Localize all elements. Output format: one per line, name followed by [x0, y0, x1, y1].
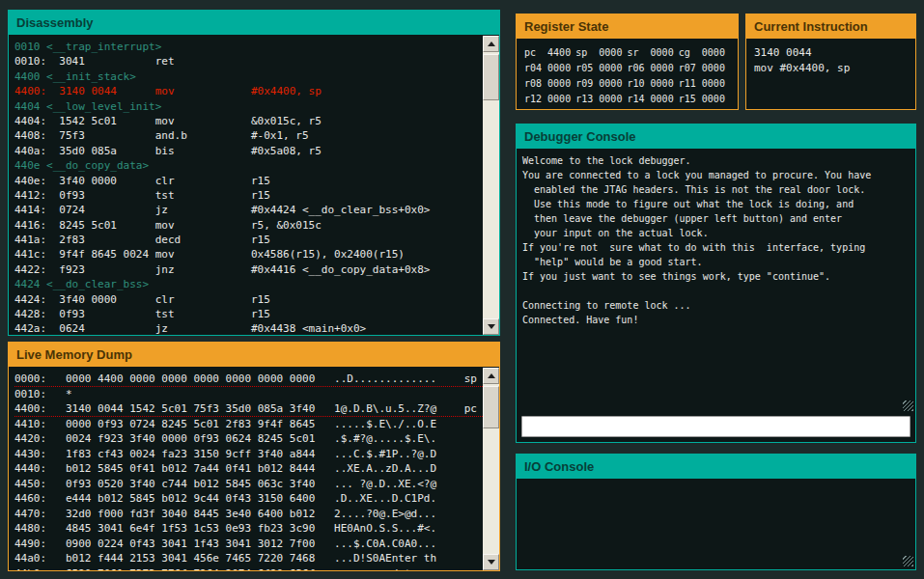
register-r15: r15 0000 [679, 92, 730, 107]
disasm-instruction-line[interactable]: 4408:75f3and.b#-0x1, r5 [14, 128, 483, 143]
disasm-mnemonic: mov [155, 218, 251, 233]
disasm-symbol-line: 4404 <__low_level_init> [14, 99, 483, 114]
disasm-mnemonic: tst [155, 188, 251, 203]
disasm-instruction-line[interactable]: 4422:f923jnz#0x4416 <__do_copy_data+0x8> [14, 262, 483, 277]
current-instruction-panel: Current Instruction 3140 0044 mov #0x440… [745, 14, 916, 110]
register-r05: r05 0000 [575, 61, 627, 76]
disasm-symbol-line: 4424 <__do_clear_bss> [14, 277, 483, 291]
memory-ascii: .D..XE...D.C1Pd. [334, 491, 443, 507]
disasm-instruction-line[interactable]: 4424:3f40 0000clrr15 [14, 292, 483, 307]
memory-hex: 0900 0224 0f43 3041 1f43 3041 3012 7f00 [66, 537, 334, 552]
memory-ascii: ..XE.A..zD.A...D [334, 461, 443, 477]
scroll-down-button[interactable] [483, 554, 499, 570]
disasm-instruction-line[interactable]: 440e:3f40 0000clrr15 [14, 174, 483, 188]
memory-row: 4410:0000 0f93 0724 8245 5c01 2f83 9f4f … [14, 417, 483, 432]
register-r10: r10 0000 [628, 76, 679, 92]
memory-address: 4460: [14, 491, 66, 507]
disasm-address: 442a: [14, 321, 59, 335]
memory-scrollbar[interactable] [483, 368, 499, 570]
memory-ascii: HE0AnO.S.S...#<. [334, 521, 443, 537]
disasm-address: 440e: [14, 174, 59, 188]
disassembly-title: Disassembly [9, 11, 499, 35]
memory-row: 0000:0000 4400 0000 0000 0000 0000 0000 … [14, 372, 483, 387]
memory-row: 4420:0024 f923 3f40 0000 0f93 0624 8245 … [14, 431, 483, 447]
io-console-panel: I/O Console [516, 454, 916, 570]
memory-hex: e444 b012 5845 b012 9c44 0f43 3150 6400 [66, 491, 334, 507]
memory-row: 4450:0f93 0520 3f40 c744 b012 5845 063c … [14, 477, 483, 492]
scrollbar-thumb[interactable] [483, 386, 499, 428]
disasm-operands: r15 [251, 308, 270, 320]
disasm-operands: 0x4586(r15), 0x2400(r15) [251, 248, 405, 261]
memory-address: 44a0: [14, 551, 66, 566]
disasm-mnemonic: clr [155, 292, 251, 307]
memory-address: 4410: [14, 417, 66, 432]
memory-address: 4450: [14, 477, 66, 492]
memory-ascii: ...D!S0AEnter th [334, 551, 443, 566]
disasm-operands: r15 [251, 175, 270, 187]
disassembly-scrollbar[interactable] [483, 36, 499, 335]
scroll-up-button[interactable] [483, 368, 499, 384]
resize-grip[interactable] [903, 556, 913, 566]
disasm-instruction-line[interactable]: 4400:3140 0044mov#0x4400, sp [14, 84, 483, 98]
disasm-operands: #0x5a08, r5 [251, 145, 322, 157]
disasm-instruction-line[interactable]: 440a:35d0 085abis#0x5a08, r5 [14, 144, 483, 158]
memory-pointer-label: sp [464, 372, 483, 386]
memory-ascii: .$.#?@.....$.E\. [334, 431, 443, 447]
memory-ascii: e password to co [334, 566, 443, 571]
register-r12: r12 0000 [524, 92, 575, 107]
disasm-instruction-line[interactable]: 441a:2f83decdr15 [14, 233, 483, 247]
disasm-instruction-line[interactable]: 4428:0f93tstr15 [14, 307, 483, 321]
disasm-bytes: 0f93 [59, 307, 154, 321]
disasm-address: 4424: [14, 292, 59, 307]
disasm-operands: r15 [251, 189, 270, 202]
disasm-address: 441a: [14, 233, 59, 247]
memory-hex: 1f83 cf43 0024 fa23 3150 9cff 3f40 a844 [66, 447, 334, 462]
register-state-title: Register State [517, 14, 738, 39]
disasm-mnemonic: jnz [155, 262, 251, 277]
memory-ascii: 2....?0@.E>@d... [334, 507, 443, 522]
disasm-operands: r15 [251, 293, 270, 306]
register-r04: r04 0000 [524, 61, 575, 76]
console-line: Connecting to remote lock ... [522, 298, 910, 313]
memory-row: 44b0:6520 7061 7373 776f 7264 2074 6f20 … [14, 566, 483, 571]
memory-ascii [334, 387, 443, 402]
disasm-bytes: 9f4f 8645 0024 [59, 247, 154, 262]
disasm-instruction-line[interactable]: 442a:0624jz#0x4438 <main+0x0> [14, 321, 483, 335]
disasm-mnemonic: jz [155, 203, 251, 217]
memory-hex: 32d0 f000 fd3f 3040 8445 3e40 6400 b012 [66, 507, 334, 522]
memory-row: 4480:4845 3041 6e4f 1f53 1c53 0e93 fb23 … [14, 521, 483, 537]
disasm-bytes: f923 [59, 262, 154, 277]
memory-row: 4470:32d0 f000 fd3f 3040 8445 3e40 6400 … [14, 507, 483, 522]
disasm-instruction-line[interactable]: 4404:1542 5c01mov&0x015c, r5 [14, 114, 483, 128]
arrow-up-icon [488, 373, 495, 378]
scroll-up-button[interactable] [483, 36, 499, 52]
memory-hex: b012 5845 0f41 b012 7a44 0f41 b012 8444 [66, 461, 334, 477]
disasm-instruction-line[interactable]: 4416:8245 5c01movr5, &0x015c [14, 218, 483, 233]
debugger-console-lines: Welcome to the lock debugger.You are con… [517, 150, 915, 327]
disasm-bytes: 2f83 [59, 233, 154, 247]
console-line: Use this mode to figure out what the loc… [522, 197, 910, 211]
disasm-bytes: 1542 5c01 [59, 114, 154, 128]
disasm-symbol-line: 4400 <__init_stack> [14, 69, 483, 84]
memory-pointer-label: pc [464, 401, 483, 416]
disasm-bytes: 0724 [59, 203, 154, 217]
debugger-console-input[interactable] [521, 416, 910, 437]
memory-address: 0010: [14, 387, 66, 402]
scrollbar-thumb[interactable] [483, 54, 499, 100]
disasm-instruction-line[interactable]: 441c:9f4f 8645 0024mov0x4586(r15), 0x240… [14, 247, 483, 262]
disasm-bytes: 75f3 [59, 128, 154, 143]
scroll-down-button[interactable] [483, 318, 499, 335]
resize-grip[interactable] [903, 400, 913, 411]
disasm-instruction-line[interactable]: 4414:0724jz#0x4424 <__do_clear_bss+0x0> [14, 203, 483, 217]
memory-hex: 0024 f923 3f40 0000 0f93 0624 8245 5c01 [66, 431, 334, 447]
memory-address: 4470: [14, 507, 66, 522]
register-sr: sr 0000 [628, 45, 679, 61]
disassembly-code: 0010 <__trap_interrupt>0010:3041ret4400 … [9, 36, 483, 335]
debugger-console-panel: Debugger Console Welcome to the lock deb… [516, 124, 916, 443]
current-instruction-text: mov #0x4400, sp [754, 61, 908, 76]
disasm-mnemonic: mov [155, 247, 251, 262]
disasm-address: 4428: [14, 307, 59, 321]
disasm-instruction-line[interactable]: 4412:0f93tstr15 [14, 188, 483, 203]
disasm-instruction-line[interactable]: 0010:3041ret [14, 54, 483, 69]
console-line: You are connected to a lock you managed … [522, 168, 910, 182]
